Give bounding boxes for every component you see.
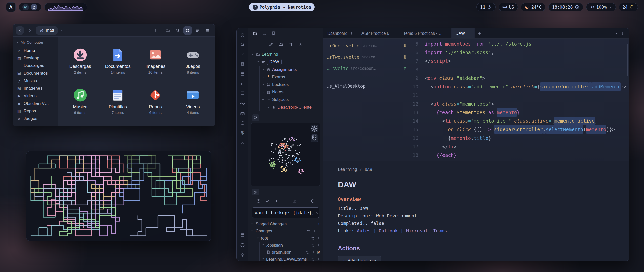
workspace-1-icon[interactable] <box>22 4 29 10</box>
unstage-icon[interactable] <box>313 222 316 226</box>
chevron-down-icon[interactable] <box>615 31 618 35</box>
discard-icon[interactable] <box>311 257 315 261</box>
folder-imagenes[interactable]: Imagenes10 items <box>137 41 174 81</box>
sidebar-item-descargas[interactable]: ↓Descargas <box>15 62 55 70</box>
close-window-icon[interactable] <box>240 140 245 146</box>
help-icon[interactable] <box>240 242 245 248</box>
back-button[interactable] <box>16 26 24 35</box>
tab-asp-practice-6[interactable]: ASP Practice 6 <box>357 28 399 38</box>
folder-musica[interactable]: Musica6 items <box>62 81 99 121</box>
scrollbar[interactable] <box>627 44 628 76</box>
git-stage-all-icon[interactable] <box>274 199 279 204</box>
stage-icon[interactable] <box>317 243 320 247</box>
sidebar-item-repos[interactable]: ▥Repos <box>15 107 55 115</box>
sidebar-header[interactable]: My Computer <box>16 40 54 44</box>
new-folder-button[interactable] <box>163 26 172 35</box>
commit-message-input[interactable] <box>255 210 313 215</box>
tree-item-assignments[interactable]: Assignments <box>261 66 320 73</box>
tree-item-learning[interactable]: Learning <box>251 51 320 58</box>
new-tab-button[interactable] <box>475 28 485 38</box>
notifications-widget[interactable]: 24 <box>619 3 638 11</box>
unlink-icon[interactable] <box>240 101 245 106</box>
book-icon[interactable] <box>240 91 245 96</box>
terminal-icon[interactable] <box>240 81 245 87</box>
tree-item-desarrollo-cliente[interactable]: Desarrollo-Cliente <box>267 104 320 111</box>
tree-item-lectures[interactable]: Lectures <box>261 81 320 88</box>
link-aules[interactable]: Aules <box>357 228 371 233</box>
tab-dashboard[interactable]: Dashboard <box>323 28 357 38</box>
split-view-button[interactable] <box>153 26 162 35</box>
link-outlook[interactable]: Outlook <box>379 228 398 233</box>
files-tab-icon[interactable] <box>253 31 257 36</box>
vault-home-icon[interactable] <box>240 32 245 38</box>
local-graph-icon[interactable] <box>252 114 259 121</box>
close-icon[interactable] <box>467 32 470 35</box>
git-unstage-all-icon[interactable] <box>284 199 288 204</box>
tree-item-notes[interactable]: Notes <box>261 88 320 96</box>
git-row-obsidian-dir[interactable]: .obsidian <box>261 242 320 249</box>
stage-icon[interactable] <box>312 250 315 254</box>
close-icon[interactable] <box>444 32 447 35</box>
toggle-right-sidebar-icon[interactable] <box>622 31 626 35</box>
git-staged-row[interactable]: Staged Changes 0 <box>251 220 320 227</box>
folder-documentos[interactable]: Documentos14 items <box>99 41 137 81</box>
breadcrumb[interactable]: matt <box>36 26 58 35</box>
graph-filter-icon[interactable] <box>311 134 318 142</box>
sidebar-item-obsidian-vault[interactable]: ◆Obsidian V… <box>15 100 55 107</box>
new-folder-icon[interactable] <box>279 42 283 47</box>
checklist-icon[interactable] <box>240 52 245 57</box>
commit-message-box[interactable] <box>252 207 319 218</box>
folder-videos[interactable]: Videos4 items <box>175 81 212 121</box>
discard-icon[interactable] <box>311 236 315 240</box>
pipes-terminal-window[interactable] <box>26 151 211 241</box>
clear-input-icon[interactable] <box>315 211 319 215</box>
discard-icon[interactable] <box>307 229 310 233</box>
git-commit-icon[interactable] <box>265 199 270 204</box>
search-tab-icon[interactable] <box>262 31 266 36</box>
search-button[interactable] <box>173 26 182 35</box>
vault-switcher-icon[interactable] <box>240 232 245 238</box>
stage-icon[interactable] <box>317 236 320 240</box>
sidebar-item-documentos[interactable]: ▤Documentos <box>15 70 55 77</box>
system-graph-widget[interactable] <box>44 3 87 11</box>
search-icon[interactable] <box>240 42 245 47</box>
app-launcher-button[interactable]: Λ <box>6 2 16 12</box>
tab-tema-6-practicas[interactable]: Tema 6 Prácticas -… <box>399 28 451 38</box>
new-note-icon[interactable] <box>269 42 273 47</box>
link-microsoft-teams[interactable]: Microsoft Teams <box>406 228 447 233</box>
menu-button[interactable] <box>204 26 212 35</box>
note-breadcrumb[interactable]: Learning / DAW <box>338 167 629 172</box>
git-changes-row[interactable]: Changes 2 <box>251 227 320 234</box>
open-file-row[interactable]: …rOne.svelte src/co… U <box>327 40 406 51</box>
sync-icon[interactable] <box>240 120 245 126</box>
git-row-learning-daw-exams[interactable]: Learning/DAW/Exams <box>261 256 320 261</box>
bookmarks-tab-icon[interactable] <box>271 31 276 36</box>
local-graph-panel[interactable] <box>251 123 320 186</box>
camera-icon[interactable] <box>240 111 245 116</box>
volume-widget[interactable]: 100% <box>586 3 616 11</box>
collapse-all-icon[interactable] <box>298 42 303 47</box>
graph-settings-icon[interactable] <box>311 125 318 132</box>
tree-item-daw[interactable]: DAW <box>256 58 320 66</box>
sidebar-item-home[interactable]: ⌂Home <box>15 47 55 54</box>
tree-item-exams[interactable]: ! Exams <box>261 73 320 81</box>
clock-widget[interactable]: 18:08:28 <box>548 3 583 11</box>
git-refresh-icon[interactable] <box>311 199 315 204</box>
list-view-button[interactable] <box>193 26 202 35</box>
git-list-icon[interactable] <box>302 199 306 204</box>
stage-icon[interactable] <box>317 257 320 261</box>
discard-icon[interactable] <box>306 250 309 254</box>
add-lecture-button[interactable]: + Add Lecture <box>338 256 381 261</box>
weather-widget[interactable]: 24°C <box>521 3 545 11</box>
folder-descargas[interactable]: Descargas2 items <box>62 41 99 81</box>
sponsor-icon[interactable]: $ <box>240 130 245 136</box>
sidebar-item-desktop[interactable]: ▦Desktop <box>15 54 55 62</box>
media-player-widget[interactable]: ♪ Polyphia - Neurotica <box>249 3 315 11</box>
grid-view-button[interactable] <box>183 26 192 35</box>
discard-icon[interactable] <box>311 243 315 247</box>
calendar-icon[interactable] <box>240 71 245 77</box>
folder-repos[interactable]: Repos6 items <box>137 81 174 121</box>
sidebar-item-musica[interactable]: ♫Musica <box>15 77 55 85</box>
tree-item-subjects[interactable]: Subjects <box>261 96 320 104</box>
sidebar-item-imagenes[interactable]: ▧Imagenes <box>15 85 55 92</box>
